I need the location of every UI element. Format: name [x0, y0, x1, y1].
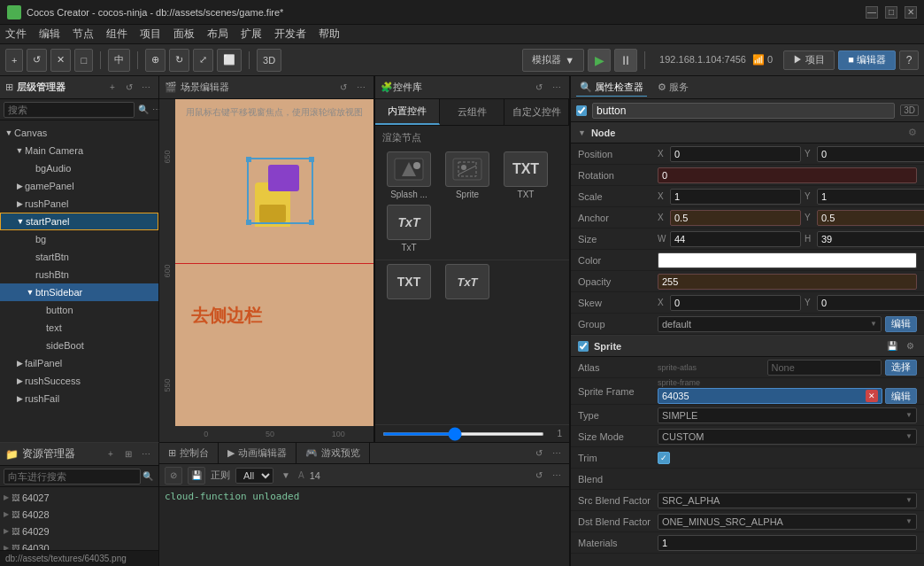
- handle-tr[interactable]: [309, 157, 314, 162]
- bottom-more-btn[interactable]: ⋯: [550, 446, 564, 461]
- menu-node[interactable]: 节点: [73, 27, 94, 42]
- scale-btn[interactable]: ⤢: [193, 49, 213, 72]
- src-blend-select[interactable]: SRC_ALPHA ▼: [658, 492, 917, 508]
- assets-more-btn[interactable]: ⋯: [139, 447, 153, 461]
- sprite-frame-field[interactable]: 64035 ✕: [658, 388, 882, 404]
- minimize-btn[interactable]: —: [866, 6, 878, 19]
- group-edit-btn[interactable]: 编辑: [885, 316, 917, 332]
- widget-itxt[interactable]: TxT TxT: [382, 205, 435, 252]
- anchor-x-input[interactable]: [670, 210, 801, 226]
- asset-64028[interactable]: ▶ 🖼 64028: [0, 506, 158, 523]
- position-x-input[interactable]: [670, 146, 801, 162]
- menu-component[interactable]: 组件: [106, 27, 127, 42]
- filter-dropdown-btn[interactable]: ▼: [279, 469, 293, 483]
- menu-edit[interactable]: 编辑: [39, 27, 60, 42]
- position-y-input[interactable]: [817, 146, 924, 162]
- hierarchy-search-input[interactable]: [4, 102, 135, 118]
- props-tab-inspector[interactable]: 🔍 属性检查器: [576, 79, 647, 97]
- size-h-input[interactable]: [817, 231, 924, 247]
- tree-main-camera[interactable]: ▼ Main Camera: [0, 142, 158, 159]
- size-mode-select[interactable]: CUSTOM ▼: [658, 429, 917, 445]
- mode3d-btn[interactable]: 3D: [257, 49, 281, 72]
- sprite-section-header[interactable]: Sprite 💾 ⚙: [571, 336, 924, 357]
- transform-btn[interactable]: ⊕: [145, 49, 166, 72]
- lang-btn[interactable]: 中: [108, 49, 130, 72]
- type-select[interactable]: SIMPLE ▼: [658, 407, 917, 423]
- hierarchy-search-icon[interactable]: 🔍: [138, 103, 149, 117]
- widget-itxt2[interactable]: TxT: [441, 264, 494, 299]
- sprite-frame-clear-btn[interactable]: ✕: [866, 390, 878, 402]
- props-tab-service[interactable]: ⚙ 服务: [654, 79, 692, 96]
- materials-input[interactable]: [658, 535, 917, 551]
- widget-more-btn[interactable]: ⋯: [550, 81, 564, 95]
- tree-rushfail[interactable]: ▶ rushFail: [0, 390, 158, 407]
- component-checkbox[interactable]: [576, 105, 587, 116]
- sprite-save-btn[interactable]: 💾: [885, 339, 899, 353]
- asset-64030[interactable]: ▶ 🖼 64030: [0, 539, 158, 550]
- undo-btn[interactable]: ↺: [27, 49, 47, 72]
- node-gear-icon[interactable]: ⚙: [908, 127, 917, 138]
- rotation-input[interactable]: [658, 167, 917, 183]
- node-section-header[interactable]: ▼ Node ⚙: [571, 122, 924, 143]
- tab-game-preview[interactable]: 🎮 游戏预览: [296, 443, 370, 464]
- menu-dev[interactable]: 开发者: [274, 27, 306, 42]
- assets-search-btn[interactable]: 🔍: [141, 469, 155, 484]
- asset-64029[interactable]: ▶ 🖼 64029: [0, 523, 158, 539]
- handle-bl[interactable]: [246, 220, 251, 225]
- tab-console[interactable]: ⊞ 控制台: [159, 443, 219, 464]
- tree-canvas[interactable]: ▼ Canvas: [0, 124, 158, 142]
- widget-txt[interactable]: TXT TXT: [499, 151, 552, 199]
- rect-tool-btn[interactable]: ⬜: [217, 49, 242, 72]
- atlas-select-btn[interactable]: 选择: [885, 360, 917, 376]
- handle-tl[interactable]: [246, 157, 251, 162]
- tree-bg[interactable]: bg: [0, 230, 158, 248]
- menu-layout[interactable]: 布局: [207, 27, 228, 42]
- scene-refresh-btn[interactable]: ↺: [336, 81, 350, 95]
- tab-animation[interactable]: ▶ 动画编辑器: [219, 443, 296, 464]
- rect-btn[interactable]: □: [74, 49, 93, 72]
- play-btn[interactable]: ▶: [588, 49, 611, 72]
- tab-builtin[interactable]: 内置控件: [375, 99, 440, 125]
- scene-more-btn[interactable]: ⋯: [354, 81, 368, 95]
- tree-gamepanel[interactable]: ▶ gamePanel: [0, 177, 158, 195]
- tree-rushsuccess[interactable]: ▶ rushSuccess: [0, 372, 158, 390]
- console-refresh-btn[interactable]: ↺: [532, 469, 546, 483]
- tab-cloud[interactable]: 云组件: [440, 99, 504, 125]
- scale-y-input[interactable]: [817, 189, 924, 205]
- console-more-btn2[interactable]: ⋯: [550, 469, 564, 483]
- widget-splash[interactable]: Splash ...: [382, 151, 435, 199]
- menu-extend[interactable]: 扩展: [241, 27, 262, 42]
- color-swatch[interactable]: [658, 252, 917, 268]
- stop-btn[interactable]: ✕: [50, 49, 71, 72]
- assets-add-btn[interactable]: +: [104, 447, 118, 461]
- dst-blend-select[interactable]: ONE_MINUS_SRC_ALPHA ▼: [658, 514, 917, 530]
- tree-startbtn[interactable]: startBtn: [0, 248, 158, 266]
- assets-filter-btn[interactable]: ⊞: [121, 447, 135, 461]
- widget-txt2[interactable]: TXT: [382, 264, 435, 299]
- tree-text[interactable]: text: [0, 319, 158, 337]
- pause-btn[interactable]: ⏸: [614, 49, 637, 72]
- menu-help[interactable]: 帮助: [319, 27, 340, 42]
- widget-zoom-slider[interactable]: [382, 432, 544, 436]
- simulate-btn[interactable]: 模拟器 ▼: [522, 49, 584, 72]
- group-select[interactable]: default ▼: [658, 316, 882, 332]
- sprite-frame-edit-btn[interactable]: 编辑: [885, 388, 917, 404]
- tree-failpanel[interactable]: ▶ failPanel: [0, 354, 158, 372]
- editor-btn[interactable]: ■ 编辑器: [838, 50, 896, 70]
- scene-area[interactable]: 650 600 550 0 50 100: [159, 99, 373, 442]
- menu-file[interactable]: 文件: [5, 27, 27, 42]
- add-btn[interactable]: +: [5, 49, 23, 72]
- asset-64027[interactable]: ▶ 🖼 64027: [0, 489, 158, 506]
- console-clear-btn[interactable]: ⊘: [165, 467, 182, 485]
- scene-viewport[interactable]: 去侧边栏: [175, 99, 373, 426]
- tree-rushpanel[interactable]: ▶ rushPanel: [0, 195, 158, 213]
- bottom-refresh-btn[interactable]: ↺: [532, 446, 546, 461]
- skew-x-input[interactable]: [670, 295, 801, 311]
- hierarchy-refresh-btn[interactable]: ↺: [122, 81, 136, 95]
- project-btn[interactable]: ▶ 项目: [783, 50, 835, 70]
- level-filter-select[interactable]: All: [235, 468, 273, 484]
- widget-refresh-btn[interactable]: ↺: [532, 81, 546, 95]
- component-name-input[interactable]: [592, 103, 895, 119]
- help-btn[interactable]: ?: [899, 50, 919, 70]
- tree-btnsidebar[interactable]: ▼ btnSidebar: [0, 283, 158, 301]
